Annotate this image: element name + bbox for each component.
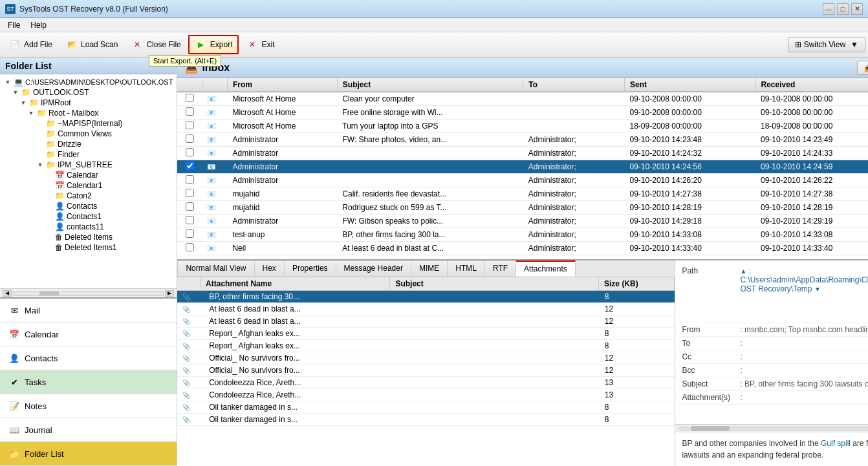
row-checkbox[interactable] <box>177 201 202 215</box>
row-to: Administrator; <box>523 147 625 160</box>
attachment-row[interactable]: 📎 Oil tanker damaged in s... 8 <box>177 401 675 414</box>
row-checkbox[interactable] <box>177 133 202 147</box>
nav-notes[interactable]: 📝 Notes <box>0 394 177 418</box>
tree-item[interactable]: ▼ 📁 OUTLOOK.OST <box>3 87 174 98</box>
scroll-left-arrow[interactable]: ◀ <box>3 290 12 297</box>
tree-item[interactable]: ▼ 💻 C:\USERS\ADMIN\DESKTOP\OUTLOOK.OST <box>3 77 174 87</box>
folder-h-scrollbar[interactable]: ◀ ▶ <box>0 288 177 297</box>
nav-contacts[interactable]: 👤 Contacts <box>0 346 177 370</box>
nav-mail[interactable]: ✉ Mail <box>0 299 177 323</box>
attachment-row[interactable]: 📎 Official_ No survivors fro... 12 <box>177 352 675 365</box>
folder-tree[interactable]: ▼ 💻 C:\USERS\ADMIN\DESKTOP\OUTLOOK.OST ▼… <box>0 74 177 288</box>
tree-item[interactable]: 🗑 Deleted Items1 <box>3 242 174 253</box>
tab-hex[interactable]: Hex <box>255 260 285 277</box>
attach-icon: 📎 <box>177 401 204 414</box>
col-subject[interactable]: Subject <box>337 78 523 92</box>
email-row[interactable]: 📧 Administrator Administrator; 09-10-201… <box>177 174 868 187</box>
row-checkbox[interactable] <box>177 215 202 228</box>
minimize-button[interactable]: — <box>823 3 834 15</box>
tab-message-header[interactable]: Message Header <box>336 260 411 277</box>
h-scrollbar-container[interactable] <box>675 424 868 432</box>
nav-journal[interactable]: 📖 Journal <box>0 418 177 442</box>
export-button[interactable]: ▶ Export <box>188 35 239 54</box>
col-to[interactable]: To <box>523 78 625 92</box>
attachment-row[interactable]: 📎 Oil tanker damaged in s... 8 <box>177 414 675 426</box>
tab-normal-mail-view[interactable]: Normal Mail View <box>177 260 254 277</box>
close-file-button[interactable]: ✕ Close File <box>125 36 186 54</box>
tab-rtf[interactable]: RTF <box>485 260 516 277</box>
email-row[interactable]: 📧 Microsoft At Home Clean your computer … <box>177 92 868 106</box>
tree-item[interactable]: 📅 Calendar1 <box>3 180 174 191</box>
attachment-row[interactable]: 📎 Condoleezza Rice, Areth... 13 <box>177 389 675 401</box>
tab-properties[interactable]: Properties <box>285 260 336 277</box>
exit-button[interactable]: ✕ Exit <box>240 36 280 54</box>
email-row[interactable]: 📧 Administrator Administrator; 09-10-201… <box>177 147 868 160</box>
email-row[interactable]: 📧 mujahid Calif. residents flee devastat… <box>177 187 868 201</box>
email-list[interactable]: From Subject To Sent Received Size(KB) 📧… <box>177 78 868 259</box>
attachment-row[interactable]: 📎 Official_ No survivors fro... 12 <box>177 365 675 377</box>
row-checkbox[interactable] <box>177 187 202 201</box>
email-row[interactable]: 📧 Administrator FW: Gibson speaks to pol… <box>177 215 868 228</box>
attachment-row[interactable]: 📎 Report_ Afghan leaks ex... 8 <box>177 340 675 352</box>
tree-item-common-views[interactable]: 📁 Common Views <box>3 129 174 139</box>
scroll-right-arrow[interactable]: ▶ <box>165 290 174 297</box>
row-checkbox[interactable] <box>177 147 202 160</box>
path-up-arrow[interactable]: ▲ <box>740 268 746 275</box>
email-row[interactable]: 📧 test-anup BP, other firms facing 300 l… <box>177 228 868 242</box>
tree-item[interactable]: ▼ 📁 IPM_SUBTREE <box>3 160 174 170</box>
tree-item[interactable]: 📁 Finder <box>3 149 174 160</box>
nav-folder-list[interactable]: 📁 Folder List <box>0 442 177 466</box>
email-row[interactable]: 📧 Administrator FW: Share photos, video,… <box>177 133 868 147</box>
col-received[interactable]: Received <box>755 78 868 92</box>
attachment-list[interactable]: 📎 BP, other firms facing 30... 8 📎 At le… <box>177 291 675 466</box>
switch-view-button[interactable]: ⊞ Switch View ▼ <box>788 37 865 52</box>
maximize-button[interactable]: □ <box>837 3 849 15</box>
close-button[interactable]: ✕ <box>851 3 863 15</box>
tab-attachments[interactable]: Attachments <box>516 260 576 277</box>
tab-html[interactable]: HTML <box>448 260 485 277</box>
add-file-button[interactable]: 📄 Add File <box>3 36 58 54</box>
col-sent[interactable]: Sent <box>625 78 756 92</box>
tree-item[interactable]: 👤 Contacts1 <box>3 211 174 222</box>
tree-item[interactable]: 📁 ~MAPISP(Internal) <box>3 118 174 129</box>
load-scan-button[interactable]: 📂 Load Scan <box>60 36 124 54</box>
h-scrollbar[interactable] <box>678 426 868 431</box>
col-from[interactable]: From <box>227 78 337 92</box>
path-down-arrow[interactable]: ▼ <box>814 286 821 293</box>
attachment-row[interactable]: 📎 At least 6 dead in blast a... 12 <box>177 303 675 315</box>
row-checkbox[interactable] <box>177 242 202 255</box>
row-checkbox[interactable] <box>177 160 202 174</box>
attach-col-name[interactable]: Attachment Name <box>201 277 390 291</box>
nav-tasks[interactable]: ✔ Tasks <box>0 370 177 394</box>
menu-help[interactable]: Help <box>25 19 52 31</box>
attach-col-size[interactable]: Size (KB) <box>599 277 675 291</box>
tab-mime[interactable]: MIME <box>411 260 448 277</box>
tree-item[interactable]: ▼ 📁 Root - Mailbox <box>3 108 174 118</box>
menu-file[interactable]: File <box>3 19 25 31</box>
tree-item[interactable]: 🗑 Deleted Items <box>3 232 174 242</box>
tree-item[interactable]: 📁 Drizzle <box>3 139 174 149</box>
attach-col-subject[interactable]: Subject <box>390 277 599 291</box>
email-row[interactable]: 📧 mujahid Rodriguez stuck on 599 as T...… <box>177 201 868 215</box>
row-checkbox[interactable] <box>177 106 202 120</box>
row-checkbox[interactable] <box>177 174 202 187</box>
attachment-row[interactable]: 📎 BP, other firms facing 30... 8 <box>177 291 675 303</box>
row-checkbox[interactable] <box>177 92 202 106</box>
email-row[interactable]: 📧 Neil At least 6 dead in blast at C... … <box>177 242 868 255</box>
scroll-track[interactable] <box>13 291 164 296</box>
email-row[interactable]: 📧 Microsoft At Home Turn your laptop int… <box>177 120 868 133</box>
attachment-row[interactable]: 📎 Condoleezza Rice, Areth... 13 <box>177 377 675 389</box>
tree-item[interactable]: 👤 Contacts <box>3 201 174 211</box>
tree-item[interactable]: 👤 contacts11 <box>3 222 174 232</box>
row-checkbox[interactable] <box>177 228 202 242</box>
tree-item[interactable]: 📁 Caton2 <box>3 191 174 201</box>
tree-item[interactable]: 📅 Calendar <box>3 170 174 180</box>
export-selected-button[interactable]: 📤 Export Selected <box>857 61 868 75</box>
row-checkbox[interactable] <box>177 120 202 133</box>
nav-calendar[interactable]: 📅 Calendar <box>0 323 177 346</box>
tree-item[interactable]: ▼ 📁 IPMRoot <box>3 98 174 108</box>
email-row[interactable]: 📧 Administrator Administrator; 09-10-201… <box>177 160 868 174</box>
email-row[interactable]: 📧 Microsoft At Home Free online storage … <box>177 106 868 120</box>
attachment-row[interactable]: 📎 Report_ Afghan leaks ex... 8 <box>177 328 675 340</box>
attachment-row[interactable]: 📎 At least 6 dead in blast a... 12 <box>177 315 675 328</box>
